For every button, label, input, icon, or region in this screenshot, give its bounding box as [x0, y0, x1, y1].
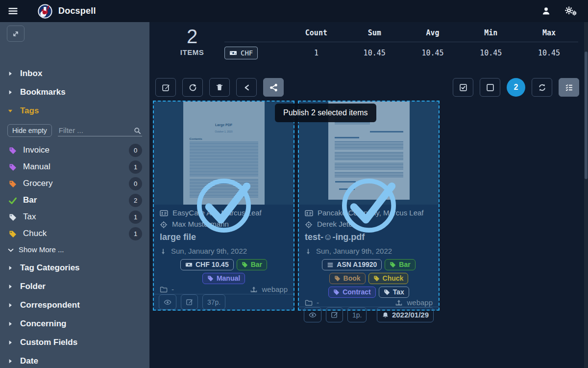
edit-selected-button[interactable] [155, 78, 176, 97]
tag-row-manual[interactable]: Manual 1 [0, 158, 149, 175]
badge-label: Bar [251, 261, 262, 269]
items-count: 2 ITEMS [174, 26, 210, 56]
stats-header-count: Count [287, 28, 345, 37]
publish-tooltip: Publish 2 selected items [275, 104, 376, 122]
reprocess-selected-button[interactable] [182, 78, 203, 97]
tag-row-bar-selected[interactable]: Bar 2 [0, 192, 149, 209]
item-card-test-ing-pdf[interactable]: Pancake Company, Marcus Leaf Derek Jeter… [298, 101, 440, 311]
sidebar-sections: Inbox Bookmarks Tags Hide empty Invoice [0, 64, 149, 368]
item-card-large-file[interactable]: Large PDF October 1, 2020 Contents EasyC… [153, 101, 294, 311]
tag-icon [9, 145, 17, 155]
sidebar-item-label: Tags [20, 106, 39, 116]
tag-badge-contract[interactable]: Contract [328, 287, 376, 298]
folder-icon [305, 298, 313, 307]
tag-row-chuck[interactable]: Chuck 1 [0, 225, 149, 242]
user-icon[interactable] [541, 6, 551, 16]
selection-toolbar [155, 78, 284, 97]
expand-sidebar-button[interactable] [7, 26, 24, 42]
preview-eye-button[interactable] [304, 307, 321, 322]
asn-badge[interactable]: ASN A19920 [322, 259, 382, 270]
edit-item-button[interactable] [326, 307, 343, 322]
stats-header-row: Count Sum Avg Min Max [224, 28, 578, 42]
selected-count-badge[interactable]: 2 [507, 78, 525, 97]
source-name: webapp [407, 298, 433, 307]
sidebar-item-tag-categories[interactable]: Tag Categories [0, 259, 149, 277]
caret-right-icon [7, 302, 13, 308]
vertical-scrollbar[interactable] [584, 22, 588, 368]
caret-right-icon [7, 89, 13, 95]
scrollbar-thumb[interactable] [585, 52, 588, 179]
settings-gears-icon[interactable] [564, 6, 577, 16]
folder-icon [160, 285, 168, 293]
tag-filter-input[interactable] [58, 125, 142, 136]
sidebar-item-concerning[interactable]: Concerning [0, 315, 149, 333]
amount-badge[interactable]: CHF 10.45 [180, 259, 234, 270]
tag-icon [9, 179, 17, 188]
sidebar-item-tags[interactable]: Tags [0, 102, 149, 120]
tag-badge-bar[interactable]: Bar [237, 259, 267, 270]
search-sidebar: Inbox Bookmarks Tags Hide empty Invoice [0, 22, 149, 368]
hide-empty-button[interactable]: Hide empty [7, 124, 52, 137]
badge-label: Chuck [383, 274, 404, 283]
select-none-button[interactable] [480, 78, 500, 97]
item-date: Sun, January 9th, 2022 [171, 247, 247, 255]
id-card-icon [305, 208, 313, 217]
tag-badge-manual[interactable]: Manual [202, 273, 245, 284]
sidebar-item-label: Concerning [20, 319, 66, 329]
sidebar-item-bookmarks[interactable]: Bookmarks [0, 83, 149, 102]
tag-name: Bar [23, 195, 37, 205]
menu-icon[interactable] [8, 6, 18, 16]
sidebar-item-folder[interactable]: Folder [0, 277, 149, 296]
stats-header-avg: Avg [404, 28, 462, 37]
tag-badge-chuck[interactable]: Chuck [368, 273, 409, 284]
sidebar-item-date[interactable]: Date [0, 352, 149, 368]
tag-count-badge: 1 [129, 227, 142, 240]
app-title: Docspell [58, 6, 96, 16]
currency-label: CHF [241, 49, 253, 57]
top-navbar: Docspell [0, 0, 588, 22]
view-toolbar: 2 [453, 78, 579, 97]
stats-row-chf: CHF 1 10.45 10.45 10.45 10.45 [224, 42, 578, 59]
docspell-logo [38, 4, 52, 19]
select-all-button[interactable] [453, 78, 473, 97]
item-badges: CHF 10.45 Bar Manual [160, 259, 288, 284]
tag-badge-tax[interactable]: Tax [379, 287, 409, 298]
sidebar-item-label: Bookmarks [20, 87, 66, 97]
stats-value-min: 10.45 [462, 49, 520, 57]
sidebar-item-inbox[interactable]: Inbox [0, 64, 149, 83]
docspell-app: Docspell Inbox Bookmarks Tags Hide empty [0, 0, 588, 368]
folder-name: - [172, 285, 174, 293]
card-actions: 37p. [154, 294, 294, 310]
show-more-link[interactable]: Show More ... [0, 242, 149, 257]
badge-label: Contract [343, 288, 371, 296]
badge-label: CHF 10.45 [196, 261, 229, 269]
tag-badge-bar[interactable]: Bar [385, 259, 415, 270]
caret-right-icon [7, 358, 13, 364]
tag-count-badge: 0 [129, 144, 142, 157]
sidebar-item-custom-fields[interactable]: Custom Fields [0, 333, 149, 352]
edit-item-button[interactable] [181, 294, 198, 310]
tag-name: Chuck [23, 229, 47, 238]
tag-count-badge: 2 [129, 194, 142, 207]
badge-label: Bar [399, 261, 410, 269]
tag-row-tax[interactable]: Tax 1 [0, 209, 149, 225]
stats-table: Count Sum Avg Min Max CHF 1 10.45 10.45 … [224, 28, 578, 59]
sidebar-item-correspondent[interactable]: Correspondent [0, 296, 149, 315]
selected-checkmark-icon [337, 173, 401, 238]
list-view-menu-button[interactable] [559, 78, 579, 97]
tag-row-grocery[interactable]: Grocery 0 [0, 175, 149, 192]
tag-icon [9, 162, 17, 172]
refresh-button[interactable] [532, 78, 552, 97]
tag-row-invoice[interactable]: Invoice 0 [0, 142, 149, 158]
delete-selected-button[interactable] [209, 78, 230, 97]
currency-chf-button[interactable]: CHF [224, 47, 258, 59]
tag-count-badge: 1 [129, 210, 142, 224]
publish-selected-button[interactable] [263, 78, 284, 97]
preview-eye-button[interactable] [159, 294, 176, 310]
sidebar-item-label: Folder [20, 282, 46, 291]
caret-right-icon [7, 265, 13, 271]
arrow-down-icon [160, 247, 167, 255]
merge-selected-button[interactable] [236, 78, 257, 97]
tag-name: Grocery [23, 179, 52, 188]
tag-badge-book[interactable]: Book [329, 273, 366, 284]
